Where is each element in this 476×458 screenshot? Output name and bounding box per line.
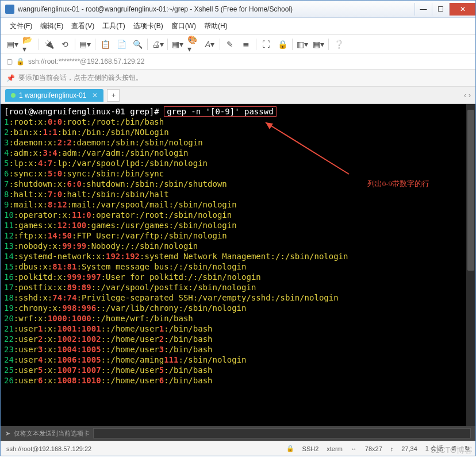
help-icon[interactable]: ❔: [332, 38, 345, 51]
status-size: 78x27: [365, 445, 382, 452]
status-term: xterm: [327, 445, 343, 452]
tab-next-icon[interactable]: ›: [469, 91, 471, 99]
toolbar: ▤▾ 📂▾ 🔌 ⟲ ▤▾ 📋 📄 🔍 🖨▾ ▦▾ 🎨▾ A▾ ✎ ≣ ⛶ 🔒 ▥…: [1, 35, 475, 53]
window-buttons: — ☐ ✕: [414, 3, 475, 16]
status-connection: ssh://root@192.168.57.129:22: [6, 445, 91, 452]
terminal-output-line: 8:halt:x:7:0:halt:/sbin:/sbin/halt: [4, 189, 472, 199]
ssh-lock-icon: 🔒: [286, 445, 294, 452]
close-button[interactable]: ✕: [449, 3, 475, 16]
terminal-output-line: 16:polkitd:x:999:997:User for polkitd:/:…: [4, 272, 472, 282]
add-tab-button[interactable]: +: [107, 89, 120, 102]
send-arrow-icon[interactable]: ➤: [5, 430, 10, 437]
send-label: 仅将文本发送到当前选项卡: [14, 429, 90, 438]
tab-label: 1 wangruifenglinux-01: [19, 91, 86, 99]
address-text[interactable]: ssh://root:********@192.168.57.129:22: [28, 57, 144, 66]
address-bar: ▢ 🔒 ssh://root:********@192.168.57.129:2…: [1, 53, 475, 70]
terminal-output-line: 9:mail:x:8:12:mail:/var/spool/mail:/sbin…: [4, 199, 472, 210]
terminal-output-line: 24:user4:x:1006:1005::/home/aming111:/sb…: [4, 355, 472, 365]
terminal[interactable]: [root@wangruifenglinux-01 grep]# grep -n…: [1, 104, 475, 426]
terminal-output-line: 1:root:x:0:0:root:/root:/bin/bash: [4, 117, 472, 127]
scrollbar-thumb[interactable]: [467, 110, 474, 271]
find-icon[interactable]: 🔍: [131, 38, 144, 51]
reconnect-icon[interactable]: 🔌: [43, 38, 55, 51]
terminal-output-line: 4:adm:x:3:4:adm:/var/adm:/sbin/nologin: [4, 148, 472, 158]
terminal-output-line: 13:nobody:x:99:99:Nobody:/:/sbin/nologin: [4, 241, 472, 251]
terminal-scrollbar[interactable]: [466, 104, 475, 426]
maximize-button[interactable]: ☐: [432, 3, 449, 16]
menu-tabs[interactable]: 选项卡(B): [133, 21, 163, 31]
lock-icon[interactable]: 🔒: [276, 38, 289, 51]
menu-edit[interactable]: 编辑(E): [40, 21, 63, 31]
status-cursor: 27,34: [401, 445, 417, 452]
terminal-output-line: 10:operator:x:11:0:operator:/root:/sbin/…: [4, 210, 472, 220]
highlight-icon[interactable]: ✎: [224, 38, 236, 51]
pin-icon[interactable]: 📌: [6, 74, 15, 82]
hint-text: 要添加当前会话，点击左侧的箭头按钮。: [18, 73, 143, 83]
terminal-output-line: 14:systemd-network:x:192:192:systemd Net…: [4, 251, 472, 261]
menu-window[interactable]: 窗口(W): [171, 21, 196, 31]
minimize-button[interactable]: —: [414, 3, 432, 16]
watermark: 51CTO博客: [431, 445, 473, 456]
copy-icon[interactable]: 📋: [99, 38, 112, 51]
separator: [75, 39, 75, 50]
paste-icon[interactable]: 📄: [115, 38, 128, 51]
annotation-text: 列出0-9带数字的行: [367, 179, 429, 189]
separator: [256, 39, 256, 50]
print-icon[interactable]: 🖨▾: [151, 38, 164, 51]
terminal-output-line: 18:sshd:x:74:74:Privilege-separated SSH:…: [4, 292, 472, 303]
tab-bar: 1 wangruifenglinux-01 ✕ + ‹ ›: [1, 87, 475, 104]
status-dot-icon: [11, 93, 16, 98]
menu-file[interactable]: 文件(F): [10, 21, 32, 31]
disconnect-icon[interactable]: ⟲: [59, 38, 71, 51]
send-bar: ➤ 仅将文本发送到当前选项卡: [1, 426, 475, 441]
tab-close-icon[interactable]: ✕: [92, 91, 98, 99]
separator: [39, 39, 39, 50]
terminal-output-line: 2:bin:x:1:1:bin:/bin:/sbin/NOLogin: [4, 127, 472, 137]
menu-view[interactable]: 查看(V): [71, 21, 94, 31]
menubar: 文件(F) 编辑(E) 查看(V) 工具(T) 选项卡(B) 窗口(W) 帮助(…: [1, 18, 475, 35]
cursor-icon: ↕: [390, 445, 394, 452]
fullscreen-icon[interactable]: ⛶: [260, 38, 272, 51]
new-tab-icon[interactable]: ▢: [6, 57, 13, 66]
status-ssh: SSH2: [302, 445, 319, 452]
tab-nav: ‹ ›: [464, 91, 471, 99]
size-icon: ↔: [351, 445, 357, 452]
terminal-output-line: 17:postfix:x:89:89::/var/spool/postfix:/…: [4, 282, 472, 292]
terminal-output-line: 21:user1:x:1001:1001::/home/user1:/bin/b…: [4, 324, 472, 334]
layout-icon[interactable]: ▦▾: [171, 38, 184, 51]
separator: [147, 39, 148, 50]
terminal-output-line: 25:user5:x:1007:1007::/home/user5:/bin/b…: [4, 365, 472, 375]
status-bar: ssh://root@192.168.57.129:22 🔒 SSH2 xter…: [1, 441, 475, 456]
script-icon[interactable]: ≣: [240, 38, 252, 51]
open-icon[interactable]: 📂▾: [22, 38, 35, 51]
terminal-output-line: 5:lp:x:4:7:lp:/var/spool/lpd:/sbin/nolog…: [4, 158, 472, 168]
terminal-output-line: 19:chrony:x:998:996::/var/lib/chrony:/sb…: [4, 303, 472, 313]
color-icon[interactable]: 🎨▾: [187, 38, 200, 51]
app-icon: [5, 5, 14, 14]
separator: [95, 39, 95, 50]
menu-tools[interactable]: 工具(T): [102, 21, 125, 31]
app-window: wangruifenglinux-01 - root@wangruifengli…: [0, 0, 476, 456]
terminal-output-line: 11:games:x:12:100:games:/usr/games:/sbin…: [4, 220, 472, 230]
svg-line-0: [266, 122, 349, 174]
send-input[interactable]: [93, 428, 471, 438]
separator: [167, 39, 168, 50]
tile-icon[interactable]: ▥▾: [296, 38, 309, 51]
font-icon[interactable]: A▾: [204, 38, 216, 51]
terminal-output-line: 12:ftp:x:14:50:FTP User:/var/ftp:/sbin/n…: [4, 230, 472, 241]
session-tab[interactable]: 1 wangruifenglinux-01 ✕: [5, 89, 103, 102]
annotation-arrow-icon: [257, 117, 355, 180]
new-session-icon[interactable]: ▤▾: [6, 38, 19, 51]
properties-icon[interactable]: ▤▾: [79, 38, 91, 51]
terminal-output-line: 23:user3:x:1004:1005::/home/user3:/bin/b…: [4, 344, 472, 355]
titlebar[interactable]: wangruifenglinux-01 - root@wangruifengli…: [1, 1, 475, 18]
separator: [292, 39, 293, 50]
hint-bar: 📌 要添加当前会话，点击左侧的箭头按钮。: [1, 70, 475, 87]
tab-prev-icon[interactable]: ‹: [464, 91, 466, 99]
separator: [220, 39, 220, 50]
menu-help[interactable]: 帮助(H): [204, 21, 228, 31]
arrange-icon[interactable]: ▦▾: [312, 38, 325, 51]
terminal-output-line: 20:wrf:x:1000:1000::/home/wrf:/bin/bash: [4, 313, 472, 324]
separator: [328, 39, 329, 50]
terminal-output-line: 15:dbus:x:81:81:System message bus:/:/sb…: [4, 261, 472, 272]
